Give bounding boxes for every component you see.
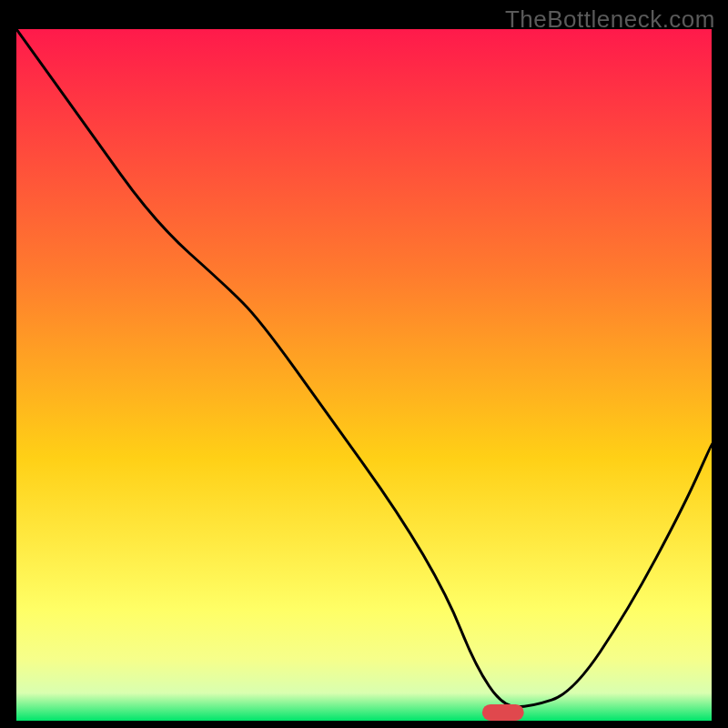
chart-frame: TheBottleneck.com [0,0,728,728]
optimal-marker [482,704,524,721]
gradient-background [16,29,712,721]
bottleneck-chart [16,29,712,721]
plot-area [16,29,712,721]
